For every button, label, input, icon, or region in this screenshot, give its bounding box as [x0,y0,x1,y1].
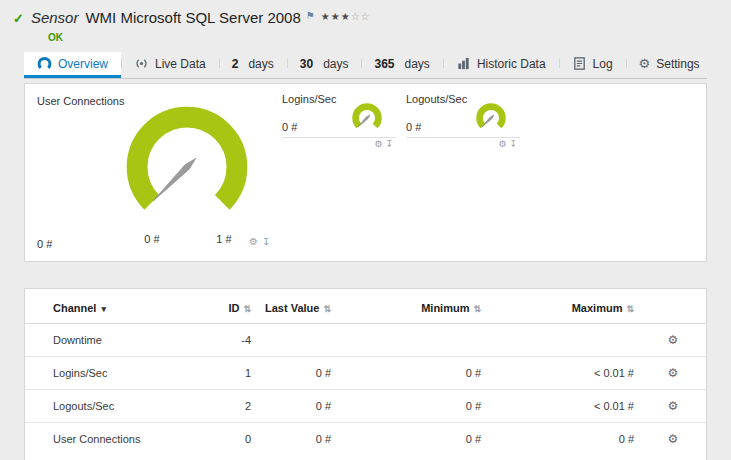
gear-icon[interactable]: ⚙ [249,236,262,247]
cell-channel: Downtime [25,324,205,357]
cell-maximum: < 0.01 # [487,390,640,423]
small-gauge-logins: Logins/Sec 0 # ⚙↧ [282,93,396,151]
tab-log[interactable]: Log [559,52,626,78]
gauge-needle [358,115,370,127]
log-document-icon [572,56,587,71]
col-id[interactable]: ID⇅ [205,289,257,324]
sort-icon[interactable]: ⇅ [323,304,331,314]
gear-icon: ⚙ [639,56,651,71]
tab-bar: Overview Live Data 2days 30days 365days … [24,52,707,79]
cell-maximum: 0 # [487,423,640,456]
gauge-panel: User Connections 0 # 1 # 0 # ⚙↧ Logins/S… [24,83,707,262]
col-last-value[interactable]: Last Value⇅ [257,289,337,324]
channel-settings-icon[interactable]: ⚙ [668,366,679,380]
tab-label: Historic Data [477,57,546,71]
channel-table: Channel▾ ID⇅ Last Value⇅ Minimum⇅ Maximu… [25,289,706,455]
col-minimum[interactable]: Minimum⇅ [337,289,487,324]
sort-icon[interactable]: ⇅ [243,304,251,314]
tab-30-days[interactable]: 30days [287,52,362,78]
gauge-max-label: 1 # [203,233,245,245]
col-maximum[interactable]: Maximum⇅ [487,289,640,324]
cell-last-value: 0 # [257,357,337,390]
status-badge: OK [48,32,371,43]
col-channel[interactable]: Channel▾ [25,289,205,324]
pin-icon[interactable]: ↧ [385,139,396,149]
bar-chart-icon [456,56,471,71]
gear-icon[interactable]: ⚙ [374,139,385,149]
divider [406,137,520,138]
gauge-min-label: 0 # [131,233,173,245]
small-gauge-value: 0 # [282,121,297,133]
small-gauge-label: Logouts/Sec [406,93,467,105]
cell-last-value: 0 # [257,423,337,456]
live-signal-icon [134,56,149,71]
table-row: User Connections 0 0 # 0 # 0 # ⚙ [25,423,706,456]
tab-settings[interactable]: ⚙ Settings [626,52,713,78]
tab-live-data[interactable]: Live Data [121,52,219,78]
priority-stars-filled[interactable]: ★★★ [321,11,351,22]
tab-label: Settings [656,57,699,71]
tab-overview[interactable]: Overview [24,52,121,78]
cell-minimum: 0 # [337,423,487,456]
tab-label: days [248,57,273,71]
cell-channel: Logins/Sec [25,357,205,390]
gauge-current-value: 0 # [37,238,52,250]
cell-last-value [257,324,337,357]
tab-label: Log [593,57,613,71]
channel-table-panel: Channel▾ ID⇅ Last Value⇅ Minimum⇅ Maximu… [24,288,707,460]
channel-settings-icon[interactable]: ⚙ [668,399,679,413]
cell-maximum [487,324,640,357]
cell-id: -4 [205,324,257,357]
channel-settings-icon[interactable]: ⚙ [668,333,679,347]
table-row: Logouts/Sec 2 0 # 0 # < 0.01 # ⚙ [25,390,706,423]
small-gauge-value: 0 # [406,121,421,133]
cell-maximum: < 0.01 # [487,357,640,390]
cell-channel: Logouts/Sec [25,390,205,423]
logouts-gauge [472,98,510,136]
channel-settings-icon[interactable]: ⚙ [668,432,679,446]
cell-id: 2 [205,390,257,423]
sort-icon[interactable]: ⇅ [626,304,634,314]
pin-icon[interactable]: ↧ [262,236,274,247]
gauge-needle [153,158,196,201]
user-connections-gauge [109,86,265,242]
flag-icon[interactable]: ⚑ [306,10,315,21]
cell-minimum: 0 # [337,357,487,390]
tab-365-days[interactable]: 365days [361,52,442,78]
cell-minimum [337,324,487,357]
gear-icon[interactable]: ⚙ [498,139,509,149]
table-row: Downtime -4 ⚙ [25,324,706,357]
tab-label: days [405,57,430,71]
sort-icon[interactable]: ⇅ [473,304,481,314]
sensor-header: ✓ SensorWMI Microsoft SQL Server 2008⚑★★… [0,0,731,43]
page-title: WMI Microsoft SQL Server 2008 [85,9,300,26]
divider [282,137,396,138]
cell-channel: User Connections [25,423,205,456]
cell-id: 1 [205,357,257,390]
gauge-icon [37,56,52,71]
tab-label: Overview [58,57,108,71]
cell-id: 0 [205,423,257,456]
small-gauge-label: Logins/Sec [282,93,336,105]
small-gauge-logouts: Logouts/Sec 0 # ⚙↧ [406,93,520,151]
cell-last-value: 0 # [257,390,337,423]
pin-icon[interactable]: ↧ [509,139,520,149]
gauge-needle [482,115,494,127]
priority-stars-empty[interactable]: ☆☆ [351,11,371,22]
table-row: Logins/Sec 1 0 # 0 # < 0.01 # ⚙ [25,357,706,390]
logins-gauge [348,98,386,136]
object-kind-label: Sensor [31,9,79,26]
filter-dropdown-icon[interactable]: ▾ [101,304,106,314]
tab-2-days[interactable]: 2days [219,52,287,78]
col-actions [640,289,706,324]
table-header-row: Channel▾ ID⇅ Last Value⇅ Minimum⇅ Maximu… [25,289,706,324]
tab-label: days [323,57,348,71]
tab-label: Live Data [155,57,206,71]
cell-minimum: 0 # [337,390,487,423]
status-check-icon: ✓ [13,11,24,43]
tab-historic-data[interactable]: Historic Data [443,52,559,78]
